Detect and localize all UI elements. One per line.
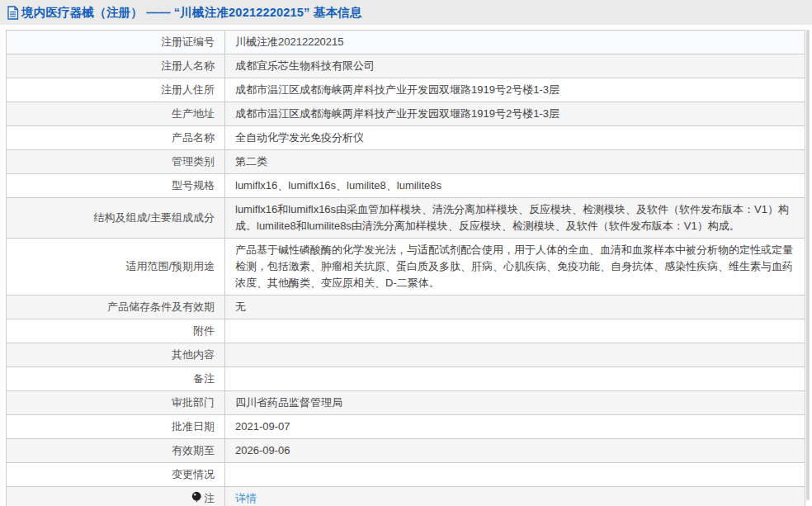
row-label: 适用范围/预期用途	[7, 239, 225, 296]
table-row: 适用范围/预期用途 产品基于碱性磷酸酶的化学发光法，与适配试剂配合使用，用于人体…	[7, 239, 805, 296]
table-row: 批准日期 2021-09-07	[7, 415, 805, 439]
row-label: 其他内容	[7, 343, 225, 367]
registration-info-page: 境内医疗器械（注册） —— “川械注准20212220215” 基本信息 注册证…	[0, 0, 812, 506]
table-row: 审批部门 四川省药品监督管理局	[7, 391, 805, 415]
table-row: 有效期至 2026-09-06	[7, 439, 805, 463]
row-value: 川械注准20212220215	[225, 31, 805, 54]
table-row: 产品储存条件及有效期 无	[7, 296, 805, 319]
note-balloon-icon	[191, 491, 202, 504]
note-row-label: 注	[7, 487, 225, 506]
row-value: 无	[225, 296, 805, 319]
table-row: 生产地址 成都市温江区成都海峡两岸科技产业开发园双堰路1919号2号楼1-3层	[7, 102, 805, 126]
row-value: 成都市温江区成都海峡两岸科技产业开发园双堰路1919号2号楼1-3层	[225, 78, 805, 102]
table-row: 注 详情	[7, 487, 805, 506]
page-title: 境内医疗器械（注册） —— “川械注准20212220215” 基本信息	[21, 5, 362, 21]
row-label: 审批部门	[7, 391, 225, 415]
row-label: 注册人住所	[7, 78, 225, 102]
table-row: 备注	[7, 367, 805, 391]
row-value	[225, 463, 805, 487]
registration-info-table: 注册证编号 川械注准20212220215 注册人名称 成都宜乐芯生物科技有限公…	[6, 30, 805, 506]
row-label: 注册人名称	[7, 54, 225, 78]
row-label: 注册证编号	[7, 31, 225, 54]
row-value: 四川省药品监督管理局	[225, 391, 805, 415]
table-row: 结构及组成/主要组成成分 lumiflx16和lumiflx16s由采血管加样模…	[7, 198, 805, 239]
table-row: 注册证编号 川械注准20212220215	[7, 31, 805, 54]
row-label: 管理类别	[7, 150, 225, 174]
row-label: 结构及组成/主要组成成分	[7, 198, 225, 239]
row-label: 注	[204, 492, 215, 504]
row-value: 产品基于碱性磷酸酶的化学发光法，与适配试剂配合使用，用于人体的全血、血清和血浆样…	[225, 239, 805, 296]
row-label: 备注	[7, 367, 225, 391]
table-row: 变更情况	[7, 463, 805, 487]
detail-link[interactable]: 详情	[235, 492, 257, 504]
page-header: 境内医疗器械（注册） —— “川械注准20212220215” 基本信息	[0, 0, 812, 25]
row-value: 全自动化学发光免疫分析仪	[225, 126, 805, 150]
row-value: 2026-09-06	[225, 439, 805, 463]
row-value: 详情	[225, 487, 805, 506]
row-value: 成都宜乐芯生物科技有限公司	[225, 54, 805, 78]
row-value: 2021-09-07	[225, 415, 805, 439]
row-label: 产品储存条件及有效期	[7, 296, 225, 319]
row-value	[225, 343, 805, 367]
row-label: 附件	[7, 319, 225, 343]
table-row: 附件	[7, 319, 805, 343]
row-value: lumiflx16、lumiflx16s、lumilite8、lumilite8…	[225, 174, 805, 198]
row-value	[225, 319, 805, 343]
document-icon	[7, 6, 19, 20]
table-row: 管理类别 第二类	[7, 150, 805, 174]
row-label: 有效期至	[7, 439, 225, 463]
table-row: 注册人名称 成都宜乐芯生物科技有限公司	[7, 54, 805, 78]
row-value: 第二类	[225, 150, 805, 174]
table-row: 其他内容	[7, 343, 805, 367]
row-value: lumiflx16和lumiflx16s由采血管加样模块、清洗分离加样模块、反应…	[225, 198, 805, 239]
row-label: 批准日期	[7, 415, 225, 439]
row-label: 产品名称	[7, 126, 225, 150]
vertical-scrollbar[interactable]	[806, 30, 810, 500]
row-value: 成都市温江区成都海峡两岸科技产业开发园双堰路1919号2号楼1-3层	[225, 102, 805, 126]
row-value	[225, 367, 805, 391]
row-label: 型号规格	[7, 174, 225, 198]
row-label: 变更情况	[7, 463, 225, 487]
row-label: 生产地址	[7, 102, 225, 126]
table-row: 产品名称 全自动化学发光免疫分析仪	[7, 126, 805, 150]
table-row: 注册人住所 成都市温江区成都海峡两岸科技产业开发园双堰路1919号2号楼1-3层	[7, 78, 805, 102]
table-row: 型号规格 lumiflx16、lumiflx16s、lumilite8、lumi…	[7, 174, 805, 198]
